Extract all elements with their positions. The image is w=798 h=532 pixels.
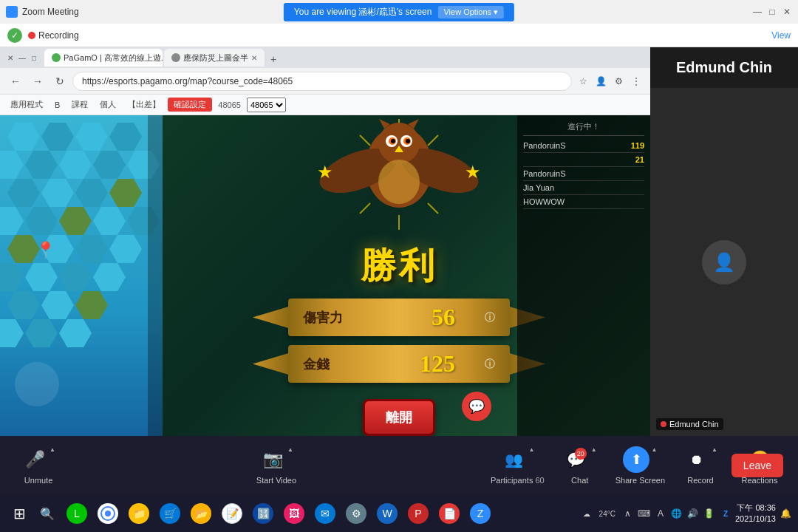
participant-name: Edmund Chin (664, 47, 784, 88)
clock-date: 2021/10/13 (735, 514, 776, 525)
taskbar-app-notes[interactable]: 📝 (217, 499, 247, 528)
view-options-button[interactable]: View Options ▾ (437, 6, 504, 18)
taskbar-app-zoom[interactable]: Z (466, 499, 495, 528)
word-icon: W (377, 503, 398, 524)
taskbar-app-settings[interactable]: ⚙ (341, 499, 371, 528)
svg-text:★: ★ (317, 162, 333, 182)
unmute-group[interactable]: 🎤 ▲ Unmute (15, 446, 62, 485)
browser-titlebar: ✕ — □ PaGamO | 高常效的線上遊... ✕ 應保防災上圖金半 ✕ + (0, 47, 650, 68)
gold-info-icon[interactable]: ⓘ (485, 358, 495, 371)
tray-ime[interactable]: A (654, 507, 667, 520)
bookmark-course[interactable]: 課程 (67, 98, 92, 112)
search-button[interactable]: 🔍 (34, 500, 61, 527)
floating-icon[interactable]: 💬 (462, 392, 491, 421)
close-button[interactable]: ✕ (782, 7, 792, 17)
hex-tile (7, 123, 40, 151)
minimize-button[interactable]: — (752, 7, 763, 17)
tray-temp: 24°C (596, 508, 618, 519)
bookmark-person[interactable]: 個人 (95, 98, 120, 112)
taskbar-app-email[interactable]: ✉ (310, 499, 340, 528)
bookmark-publish[interactable]: 【出差】 (123, 98, 165, 112)
score-name: Jia Yuan (523, 183, 624, 192)
leave-button[interactable]: Leave (732, 454, 783, 477)
start-video-group[interactable]: 📷 ▲ Start Video (253, 446, 300, 485)
game-content[interactable]: 📍 (0, 115, 650, 436)
reload-button[interactable]: ↻ (50, 72, 69, 91)
browser-tab-2[interactable]: 應保防災上圖金半 ✕ (164, 49, 265, 66)
bookmark-b1[interactable]: B (50, 99, 64, 111)
start-video-label: Start Video (256, 476, 296, 485)
start-button[interactable]: ⊞ (6, 500, 33, 527)
tray-battery[interactable]: 🔋 (703, 507, 716, 520)
taskbar-app-word[interactable]: W (372, 499, 402, 528)
taskbar-app-files[interactable]: 📁 (124, 499, 154, 528)
taskbar-app-files2[interactable]: 📂 (186, 499, 216, 528)
chat-icon[interactable]: 💬 20 (563, 446, 590, 473)
chat-group[interactable]: 💬 20 ▲ Chat (556, 446, 604, 485)
bookmark-apps[interactable]: 應用程式 (6, 98, 47, 112)
taskbar-app-line[interactable]: L (62, 499, 92, 528)
security-shield-icon: ✓ (7, 28, 22, 43)
video-camera-icon[interactable]: 📷 (259, 446, 286, 473)
hex-tile (75, 123, 108, 151)
more-options-icon[interactable]: ⋮ (628, 73, 644, 89)
taskbar-app-pdf[interactable]: 📄 (434, 499, 464, 528)
participant-video-area: 👤 (650, 88, 798, 436)
video-arrow-icon[interactable]: ▲ (287, 446, 293, 453)
unmute-mic-icon[interactable]: 🎤 (21, 446, 48, 473)
extension-icon[interactable]: ⚙ (610, 73, 627, 89)
forward-button[interactable]: → (28, 72, 47, 91)
chat-arrow-icon[interactable]: ▲ (591, 446, 597, 453)
tray-network[interactable]: 🌐 (670, 507, 683, 520)
settings-icon: ⚙ (346, 503, 366, 524)
tray-zoom-indicator[interactable]: Z (719, 507, 732, 520)
browser-close-button[interactable]: ✕ (6, 53, 15, 62)
tray-hide-icons[interactable]: ∧ (621, 507, 635, 520)
participant-avatar: 👤 (702, 240, 746, 284)
course-select[interactable]: 48065 (247, 98, 286, 112)
taskbar-app-calc[interactable]: 🔢 (248, 499, 278, 528)
hex-tile (75, 179, 108, 207)
damage-stat-ribbon: 傷害力 56 ⓘ (288, 299, 510, 336)
taskbar-app-photos[interactable]: 🖼 (279, 499, 309, 528)
victory-banner: ★ ★ (281, 115, 517, 233)
tray-volume[interactable]: 🔊 (686, 507, 700, 520)
tray-keyboard[interactable]: ⌨ (638, 507, 651, 520)
taskbar-app-powerpoint[interactable]: P (403, 499, 433, 528)
hex-tile-land (59, 207, 92, 235)
participants-icon[interactable]: 👥 (500, 446, 527, 473)
user-icon[interactable]: 👤 (593, 73, 609, 89)
hex-tile (93, 151, 126, 179)
browser-maximize-button[interactable]: □ (30, 53, 38, 62)
taskbar-app-chrome[interactable] (93, 499, 123, 528)
record-arrow-icon[interactable]: ▲ (712, 446, 717, 453)
score-row-5: HOWWOW (523, 195, 644, 209)
back-button[interactable]: ← (6, 72, 25, 91)
browser-tab-1[interactable]: PaGamO | 高常效的線上遊... ✕ (44, 49, 163, 66)
record-icon[interactable]: ⏺ (683, 446, 710, 473)
svg-point-25 (105, 511, 111, 516)
address-bar[interactable] (72, 72, 572, 91)
share-screen-arrow-icon[interactable]: ▲ (651, 446, 657, 453)
record-group[interactable]: ⏺ ▲ Record (677, 446, 724, 485)
scoreboard-panel: 進行中！ PandoruinS 119 21 PandoruinS Jia (517, 115, 650, 436)
maximize-button[interactable]: □ (767, 7, 777, 17)
unmute-arrow-icon[interactable]: ▲ (50, 446, 55, 453)
share-screen-icon[interactable]: ⬆ (623, 446, 649, 473)
view-button[interactable]: View (771, 30, 791, 41)
damage-info-icon[interactable]: ⓘ (485, 311, 495, 324)
participants-group[interactable]: 👥 ▲ Participants 60 (491, 446, 545, 485)
participants-arrow-icon[interactable]: ▲ (528, 446, 534, 453)
hex-tile (25, 151, 58, 179)
disconnect-button[interactable]: 離開 (363, 399, 435, 436)
share-screen-with-arrow: ⬆ ▲ (623, 446, 657, 473)
bookmark-confirm[interactable]: 確認設定 (168, 98, 212, 112)
browser-minimize-button[interactable]: — (18, 53, 27, 62)
tab-2-close-icon[interactable]: ✕ (251, 54, 257, 62)
taskbar-app-store[interactable]: 🛒 (155, 499, 185, 528)
course-code: 48065 (218, 100, 241, 109)
share-screen-group[interactable]: ⬆ ▲ Share Screen (615, 446, 665, 485)
bookmark-star-icon[interactable]: ☆ (575, 73, 591, 89)
new-tab-button[interactable]: + (266, 52, 281, 66)
notification-button[interactable]: 🔔 (779, 507, 792, 520)
